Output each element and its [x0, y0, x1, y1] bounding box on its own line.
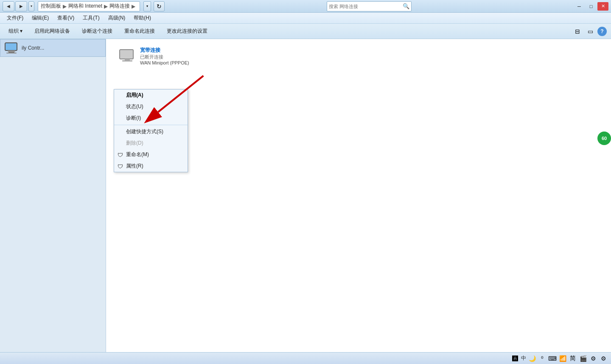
- ctx-diagnose-label: 诊断(I): [126, 115, 141, 122]
- connection-name: 宽带连接: [140, 47, 195, 54]
- refresh-button[interactable]: ↻: [154, 1, 165, 11]
- search-bar: 🔍: [327, 1, 412, 11]
- shield-icon-properties: 🛡: [118, 163, 123, 169]
- connection-info: 宽带连接 已断开连接 WAN Miniport (PPPOE): [140, 47, 195, 65]
- panel-item-label: ily Contr...: [22, 45, 44, 51]
- ctx-status-label: 状态(U): [126, 103, 143, 110]
- ctx-enable-label: 启用(A): [126, 92, 143, 99]
- ctx-delete: 删除(D): [114, 137, 188, 149]
- ctx-rename[interactable]: 🛡 重命名(M): [114, 149, 188, 160]
- computer-icon: [5, 42, 18, 54]
- view-toggle-button[interactable]: ⊟: [572, 27, 583, 36]
- connection-icon: [119, 48, 136, 64]
- minimize-button[interactable]: ─: [574, 2, 585, 11]
- organize-button[interactable]: 组织 ▾: [4, 26, 27, 36]
- taskbar-icon-keyboard[interactable]: ⌨: [548, 354, 557, 363]
- view-panel-button[interactable]: ▭: [585, 27, 596, 36]
- taskbar-ime-label[interactable]: 中: [521, 355, 526, 362]
- svg-rect-7: [125, 59, 130, 60]
- rename-connection-button[interactable]: 重命名此连接: [120, 26, 159, 36]
- search-icon[interactable]: 🔍: [403, 3, 409, 9]
- main-area: ily Contr... 启用(A) 状态(U) 诊断(I) 创建快捷方式(S)…: [0, 39, 611, 352]
- taskbar-icon-simple[interactable]: 简: [569, 354, 577, 363]
- menu-help[interactable]: 帮助(H): [130, 14, 154, 22]
- close-button[interactable]: ✕: [597, 2, 608, 11]
- left-panel: ily Contr...: [0, 39, 106, 352]
- ctx-enable[interactable]: 启用(A): [114, 90, 188, 101]
- green-badge: 60: [597, 132, 611, 145]
- taskbar-icon-moon[interactable]: 🌙: [528, 354, 536, 363]
- svg-rect-2: [8, 52, 14, 53]
- restore-button[interactable]: □: [586, 2, 597, 11]
- ctx-separator-1: [114, 125, 188, 125]
- content-area: 启用(A) 状态(U) 诊断(I) 创建快捷方式(S) 删除(D) 🛡 重命名(…: [106, 39, 611, 352]
- network-panel-item[interactable]: ily Contr...: [0, 39, 106, 57]
- taskbar-icon-settings2[interactable]: ⚙: [599, 354, 608, 363]
- ctx-diagnose[interactable]: 诊断(I): [114, 112, 188, 124]
- address-part1: 控制面板: [41, 3, 61, 10]
- taskbar-icon-input[interactable]: 🅰: [511, 354, 519, 363]
- menubar: 文件(F) 编辑(E) 查看(V) 工具(T) 高级(N) 帮助(H): [0, 13, 611, 24]
- titlebar-left: ◀ ▶ ▾ 控制面板 ▶ 网络和 Internet ▶ 网络连接 ▶ ▾ ↻: [3, 1, 165, 11]
- address-bar[interactable]: 控制面板 ▶ 网络和 Internet ▶ 网络连接 ▶: [38, 1, 140, 11]
- diagnose-connection-button[interactable]: 诊断这个连接: [78, 26, 117, 36]
- address-sep3: ▶: [132, 3, 135, 9]
- change-settings-button[interactable]: 更改此连接的设置: [163, 26, 212, 36]
- menu-view[interactable]: 查看(V): [54, 14, 78, 22]
- address-sep1: ▶: [63, 3, 67, 9]
- ctx-shortcut[interactable]: 创建快捷方式(S): [114, 126, 188, 137]
- taskbar-icon-signal[interactable]: 📶: [558, 354, 567, 363]
- enable-network-button[interactable]: 启用此网络设备: [30, 26, 74, 36]
- ctx-shortcut-label: 创建快捷方式(S): [126, 128, 163, 135]
- address-sep2: ▶: [104, 3, 108, 9]
- ctx-delete-label: 删除(D): [126, 140, 143, 147]
- back-button[interactable]: ◀: [3, 1, 14, 11]
- ctx-rename-label: 重命名(M): [126, 151, 149, 158]
- taskbar-icon-settings1[interactable]: ⚙: [589, 354, 597, 363]
- window-controls: ─ □ ✕: [574, 2, 608, 11]
- svg-rect-0: [5, 43, 17, 50]
- ctx-properties[interactable]: 🛡 属性(R): [114, 160, 188, 172]
- svg-rect-6: [120, 50, 133, 59]
- connection-status: 已断开连接: [140, 54, 195, 60]
- ctx-status[interactable]: 状态(U): [114, 101, 188, 112]
- svg-rect-3: [6, 53, 17, 53]
- address-part2: 网络和 Internet: [68, 3, 102, 10]
- taskbar: 🅰 中 🌙 ⁰ ⌨ 📶 简 🎬 ⚙ ⚙: [0, 352, 611, 364]
- menu-edit[interactable]: 编辑(E): [28, 14, 52, 22]
- search-input[interactable]: [329, 4, 403, 9]
- nav-dropdown-button[interactable]: ▾: [28, 1, 34, 11]
- address-part3: 网络连接: [109, 3, 130, 10]
- menu-advanced[interactable]: 高级(N): [105, 14, 129, 22]
- help-button[interactable]: ?: [597, 27, 607, 36]
- connection-type: WAN Miniport (PPPOE): [140, 60, 195, 65]
- shield-icon-rename: 🛡: [118, 151, 123, 158]
- broadband-connection[interactable]: 宽带连接 已断开连接 WAN Miniport (PPPOE): [115, 43, 199, 69]
- taskbar-icon-network[interactable]: ⁰: [538, 354, 547, 363]
- context-menu: 启用(A) 状态(U) 诊断(I) 创建快捷方式(S) 删除(D) 🛡 重命名(…: [114, 89, 188, 172]
- ctx-properties-label: 属性(R): [126, 162, 143, 170]
- menu-file[interactable]: 文件(F): [3, 14, 27, 22]
- forward-button[interactable]: ▶: [15, 1, 27, 11]
- svg-rect-8: [122, 60, 132, 62]
- address-dropdown-button[interactable]: ▾: [143, 1, 151, 11]
- svg-rect-1: [8, 50, 15, 52]
- toolbar-right: ⊟ ▭ ?: [572, 27, 607, 36]
- toolbar: 组织 ▾ 启用此网络设备 诊断这个连接 重命名此连接 更改此连接的设置 ⊟ ▭ …: [0, 24, 611, 39]
- menu-tools[interactable]: 工具(T): [79, 14, 103, 22]
- titlebar: ◀ ▶ ▾ 控制面板 ▶ 网络和 Internet ▶ 网络连接 ▶ ▾ ↻ 🔍…: [0, 0, 611, 13]
- taskbar-icon-media[interactable]: 🎬: [579, 354, 587, 363]
